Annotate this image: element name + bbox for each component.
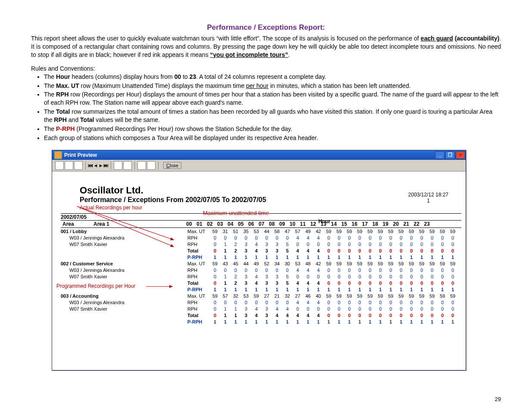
save-icon[interactable] <box>137 161 146 170</box>
cell: 1 <box>210 319 220 325</box>
titlebar: Print Preview _ ❐ × <box>52 150 466 160</box>
cell: 35 <box>241 228 251 235</box>
cell: 0 <box>396 248 406 254</box>
cell: 0 <box>210 274 220 280</box>
cell: 0 <box>386 267 396 274</box>
cell: 59 <box>251 293 261 299</box>
cell: 1 <box>303 286 313 293</box>
cell: 0 <box>344 274 355 280</box>
rule-item: The Total row summarizes the total amoun… <box>44 108 501 124</box>
rule-item: The Hour headers (columns) display hours… <box>44 73 501 81</box>
cell: 1 <box>282 286 292 293</box>
cell: 0 <box>375 248 386 254</box>
cell: 3 <box>272 274 282 280</box>
cell: 0 <box>324 280 334 286</box>
cell: 59 <box>355 228 365 235</box>
cell: 47 <box>282 228 292 235</box>
cell: 4 <box>303 235 313 241</box>
cell: 0 <box>396 299 406 306</box>
cell: 27 <box>261 293 272 299</box>
cell: 0 <box>375 235 386 241</box>
print-setup-icon[interactable] <box>123 161 132 170</box>
nav-last-icon[interactable]: ⏭ <box>103 162 109 168</box>
cell: 59 <box>386 261 396 267</box>
cell: 0 <box>448 306 458 312</box>
cell: 59 <box>344 293 355 299</box>
tool-icon[interactable] <box>74 161 83 170</box>
arrow-annotation <box>77 206 176 254</box>
cell: 0 <box>313 274 324 280</box>
rule-item: The P-RPH (Programmed Recordings Per Hou… <box>44 125 501 133</box>
cell: 0 <box>230 299 241 306</box>
cell: 0 <box>355 267 365 274</box>
metric-label: Total <box>187 312 210 319</box>
cell: 59 <box>448 261 458 267</box>
close-window-button[interactable]: × <box>456 151 465 159</box>
hour-header: 11 <box>298 221 308 227</box>
cell: 3 <box>261 280 272 286</box>
cell: 1 <box>386 254 396 261</box>
cell: 0 <box>417 312 427 319</box>
cell: 0 <box>375 267 386 274</box>
cell: 4 <box>292 299 303 306</box>
open-icon[interactable] <box>147 161 156 170</box>
cell: 0 <box>406 248 417 254</box>
cell: 0 <box>406 267 417 274</box>
maximize-button[interactable]: ❐ <box>445 151 455 159</box>
hour-header: 12 <box>308 221 318 227</box>
cell: 0 <box>334 274 344 280</box>
cell: 59 <box>210 293 220 299</box>
cell: 5 <box>282 241 292 248</box>
cell: 1 <box>230 254 241 261</box>
cell: 0 <box>251 267 261 274</box>
cell: 1 <box>344 286 355 293</box>
print-icon[interactable] <box>114 161 122 170</box>
cell: 42 <box>313 261 324 267</box>
close-button[interactable]: Close <box>163 162 181 169</box>
cell: 0 <box>427 312 437 319</box>
cell: 0 <box>241 267 251 274</box>
tool-icon[interactable] <box>55 161 64 170</box>
cell: 53 <box>241 293 251 299</box>
cell: 1 <box>230 312 241 319</box>
hour-header: 03 <box>215 221 225 227</box>
cell: 0 <box>355 235 365 241</box>
cell: 0 <box>220 299 230 306</box>
cell: 59 <box>448 228 458 235</box>
cell: 0 <box>365 248 375 254</box>
rule-item: The RPH row (Recordings per Hour) displa… <box>44 90 501 107</box>
cell: 0 <box>210 306 220 312</box>
cell: 59 <box>355 293 365 299</box>
cell: 0 <box>251 299 261 306</box>
hour-header: 01 <box>194 221 205 227</box>
cell: 59 <box>324 261 334 267</box>
cell: 1 <box>230 286 241 293</box>
cell: 0 <box>355 280 365 286</box>
cell: 0 <box>375 274 386 280</box>
hour-header: 15 <box>339 221 349 227</box>
cell: 0 <box>292 306 303 312</box>
nav-next-icon[interactable]: ▸ <box>98 162 103 168</box>
hour-headers: 0001020304050607080910111213141516171819… <box>184 221 432 227</box>
hour-header: 19 <box>380 221 391 227</box>
cell: 0 <box>417 299 427 306</box>
cell: 0 <box>210 248 220 254</box>
tool-icon[interactable] <box>65 161 73 170</box>
nav-prev-icon[interactable]: ◂ <box>93 162 98 168</box>
cell: 0 <box>210 267 220 274</box>
cell: 1 <box>313 286 324 293</box>
cell: 48 <box>303 261 313 267</box>
cell: 1 <box>427 319 437 325</box>
cell: 59 <box>365 261 375 267</box>
cell: 4 <box>303 280 313 286</box>
nav-first-icon[interactable]: ⏮ <box>88 162 93 168</box>
preview-body[interactable]: Oscillator Ltd. Performance / Exceptions… <box>52 171 466 370</box>
cell: 0 <box>313 241 324 248</box>
cell: 0 <box>437 280 448 286</box>
cell: 1 <box>334 286 344 293</box>
app-icon <box>54 151 62 159</box>
cell: 57 <box>220 293 230 299</box>
cell: 43 <box>220 261 230 267</box>
table-row: W07 Smith XavierRPH011343440000000000000… <box>61 306 458 312</box>
minimize-button[interactable]: _ <box>435 151 445 159</box>
